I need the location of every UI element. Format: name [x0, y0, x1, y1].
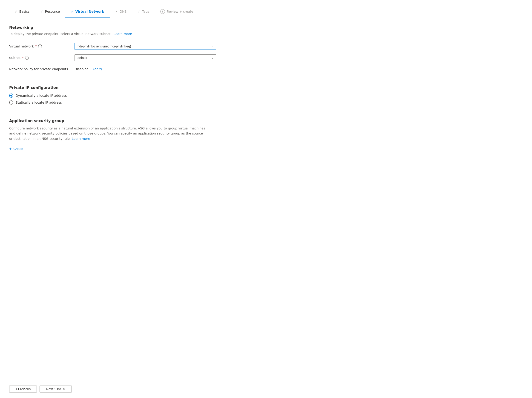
tab-tags[interactable]: ✓ Tags	[132, 6, 155, 18]
asg-title: Application security group	[9, 119, 523, 123]
subnet-label: Subnet * i	[9, 56, 69, 60]
step-circle-review: 6	[160, 9, 165, 14]
footer: < Previous Next : DNS >	[0, 380, 532, 398]
tab-virtual-network-label: Virtual Network	[76, 10, 104, 13]
radio-static-label: Statically allocate IP address	[16, 101, 62, 104]
radio-group-ip: Dynamically allocate IP address Statical…	[9, 93, 523, 104]
tab-virtual-network[interactable]: ✓ Virtual Network	[65, 6, 109, 18]
tab-dns[interactable]: ✓ DNS	[110, 6, 132, 18]
check-icon-vnet: ✓	[71, 10, 74, 13]
tab-resource-label: Resource	[45, 10, 60, 13]
radio-dynamic-input[interactable]	[9, 93, 13, 98]
virtual-network-label: Virtual network * i	[9, 45, 69, 48]
subnet-dropdown[interactable]: default	[75, 54, 216, 61]
networking-description: To deploy the private endpoint, select a…	[9, 32, 523, 36]
info-icon-vnet[interactable]: i	[38, 45, 42, 48]
radio-static-input[interactable]	[9, 100, 13, 104]
tab-review-create[interactable]: 6 Review + create	[155, 6, 199, 18]
divider-2	[9, 112, 523, 112]
create-asg-button[interactable]: + Create	[9, 147, 23, 151]
next-button[interactable]: Next : DNS >	[39, 385, 72, 392]
wizard-tabs: ✓ Basics ✓ Resource ✓ Virtual Network ✓ …	[0, 0, 532, 18]
check-icon-tags: ✓	[138, 10, 140, 13]
radio-dynamic-label: Dynamically allocate IP address	[16, 94, 67, 98]
network-policy-label: Network policy for private endpoints	[9, 67, 69, 71]
asg-description: Configure network security as a natural …	[9, 126, 207, 141]
required-star-subnet: *	[22, 56, 24, 60]
asg-learn-more[interactable]: Learn more	[72, 137, 90, 141]
virtual-network-dropdown[interactable]: hdi-privlink-client-vnet (hdi-privlink-r…	[75, 43, 216, 50]
tab-dns-label: DNS	[120, 10, 127, 13]
tab-basics-label: Basics	[19, 10, 29, 13]
subnet-dropdown-wrapper: default ⌄	[75, 54, 216, 61]
check-icon-basics: ✓	[15, 10, 18, 13]
network-policy-value: Disabled (edit)	[75, 66, 216, 72]
radio-dynamic[interactable]: Dynamically allocate IP address	[9, 93, 523, 98]
tab-review-create-label: Review + create	[167, 10, 193, 13]
network-policy-edit-link[interactable]: (edit)	[93, 67, 102, 71]
required-star-vnet: *	[35, 45, 37, 48]
check-icon-dns: ✓	[115, 10, 118, 13]
plus-icon: +	[9, 147, 12, 151]
tab-resource[interactable]: ✓ Resource	[35, 6, 65, 18]
main-content: Networking To deploy the private endpoin…	[0, 18, 532, 181]
form-grid: Virtual network * i hdi-privlink-client-…	[9, 43, 216, 72]
networking-title: Networking	[9, 25, 523, 30]
radio-static[interactable]: Statically allocate IP address	[9, 100, 523, 104]
tab-basics[interactable]: ✓ Basics	[9, 6, 35, 18]
networking-learn-more[interactable]: Learn more	[114, 32, 132, 36]
virtual-network-dropdown-wrapper: hdi-privlink-client-vnet (hdi-privlink-r…	[75, 43, 216, 50]
divider-1	[9, 79, 523, 79]
check-icon-resource: ✓	[40, 10, 43, 13]
private-ip-title: Private IP configuration	[9, 85, 523, 90]
tab-tags-label: Tags	[142, 10, 149, 13]
previous-button[interactable]: < Previous	[9, 385, 37, 392]
create-asg-label: Create	[13, 147, 23, 151]
info-icon-subnet[interactable]: i	[25, 56, 29, 60]
